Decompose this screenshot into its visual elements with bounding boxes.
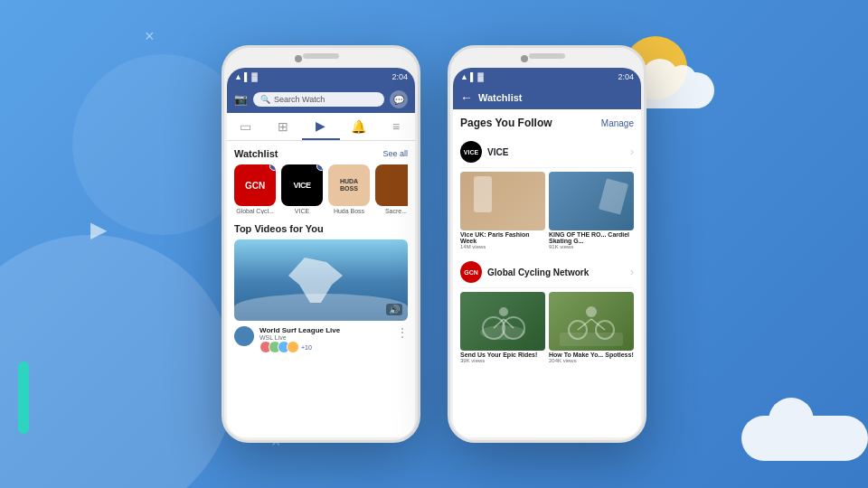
- cycling-graphic-left: [460, 292, 545, 351]
- phone-1-time: 2:04: [392, 72, 408, 81]
- gcn-label: Global Cycl...: [234, 208, 276, 214]
- wsl-avatar: [234, 326, 254, 346]
- gcn-video-left-views: 39K views: [460, 358, 545, 363]
- battery-icon: ▓: [251, 72, 258, 81]
- vice-icon-text: VICE: [464, 149, 478, 155]
- fashion-figure: [474, 176, 492, 212]
- gcn-video-left-container: Send Us Your Epic Rides! 39K views: [460, 292, 545, 363]
- gcn-thumb: GCN: [234, 164, 276, 206]
- gcn-logo: GCN: [245, 181, 265, 191]
- sacred-thumb: [375, 164, 408, 206]
- phone-2-header: ← Watchlist: [453, 86, 641, 109]
- phone-1-nav: ▭ ⊞ ▶ 🔔 ≡: [227, 113, 415, 141]
- watchlist-row: GCN Global Cycl... VICE: [234, 164, 408, 214]
- gcn-page-icon: GCN: [460, 261, 482, 283]
- phone-1-status-icons: ▲ ▌ ▓: [234, 72, 258, 81]
- watchlist-item-sacred[interactable]: Sacre...: [375, 164, 408, 214]
- phone-1-notch: [303, 53, 339, 59]
- nav-menu[interactable]: ≡: [377, 113, 415, 140]
- sacred-thumb-bg: [375, 164, 408, 206]
- vice-video-left[interactable]: [460, 172, 545, 230]
- search-icon: 🔍: [260, 95, 270, 104]
- back-button[interactable]: ←: [460, 90, 473, 105]
- phone-1-content: Watchlist See all GCN Global Cycl...: [227, 141, 415, 437]
- skate-figure: [599, 178, 628, 214]
- watchlist-header-title: Watchlist: [478, 92, 523, 103]
- gcn-icon-text: GCN: [464, 269, 478, 276]
- svg-point-5: [499, 307, 508, 316]
- vice-video-right-views: 91K views: [549, 244, 634, 249]
- vice-video-right-container: KING OF THE RO... Cardiel Skating G... 9…: [549, 172, 634, 249]
- watchlist-item-gcn[interactable]: GCN Global Cycl...: [234, 164, 276, 214]
- vice-logo: VICE: [293, 181, 310, 190]
- vice-video-grid: Vice UK: Paris Fashion Week 14M views KI…: [460, 172, 634, 249]
- video-meta: World Surf League Live WSL Live +10: [259, 326, 392, 353]
- cycling-graphic-right: [549, 292, 634, 351]
- grid-icon: ⊞: [278, 119, 288, 134]
- video-subtitle: WSL Live: [259, 334, 392, 341]
- messenger-icon[interactable]: 💬: [390, 90, 408, 108]
- battery-icon-2: ▓: [477, 72, 484, 81]
- top-videos-header: Top Videos for You: [234, 223, 408, 234]
- gcn-video-left-title: Send Us Your Epic Rides!: [460, 352, 545, 358]
- vice-video-left-container: Vice UK: Paris Fashion Week 14M views: [460, 172, 545, 249]
- huda-label: Huda Boss: [328, 208, 370, 214]
- avatar-4: [287, 341, 299, 353]
- gcn-video-right-title: How To Make Yo... Spotless!: [549, 352, 634, 358]
- nav-grid[interactable]: ⊞: [265, 113, 303, 140]
- watchlist-title: Watchlist: [234, 148, 278, 159]
- camera-icon[interactable]: 📷: [234, 93, 248, 106]
- gcn-badge: [269, 164, 276, 171]
- gcn-video-grid: Send Us Your Epic Rides! 39K views: [460, 292, 634, 363]
- phones-container: ▲ ▌ ▓ 2:04 📷 🔍 Search Watch 💬: [0, 0, 868, 488]
- svg-point-11: [586, 306, 597, 317]
- nav-home[interactable]: ▭: [227, 113, 265, 140]
- phone-2-status-icons: ▲ ▌ ▓: [460, 72, 484, 81]
- vice-badge: [316, 164, 323, 171]
- main-video-thumb[interactable]: 🔊: [234, 239, 408, 321]
- vice-video-right[interactable]: [549, 172, 634, 230]
- gcn-video-right-views: 204K views: [549, 358, 634, 363]
- vice-page-left: VICE VICE: [460, 141, 508, 163]
- plus-count: +10: [301, 344, 312, 351]
- gcn-video-right[interactable]: [549, 292, 634, 351]
- nav-watch[interactable]: ▶: [302, 113, 340, 140]
- gcn-video-left[interactable]: [460, 292, 545, 351]
- gcn-video-right-container: How To Make Yo... Spotless! 204K views: [549, 292, 634, 363]
- wave-graphic: [234, 294, 408, 321]
- video-info-row: World Surf League Live WSL Live +10 ⋮: [234, 326, 408, 353]
- phone-1-header: 📷 🔍 Search Watch 💬: [227, 86, 415, 113]
- signal-icon: ▌: [244, 72, 250, 81]
- menu-icon: ≡: [392, 119, 400, 134]
- phone-2-status-bar: ▲ ▌ ▓ 2:04: [453, 68, 641, 86]
- pages-title: Pages You Follow: [460, 117, 552, 129]
- phone-1-screen: ▲ ▌ ▓ 2:04 📷 🔍 Search Watch 💬: [227, 68, 415, 437]
- phone-2-notch: [529, 53, 565, 59]
- gcn-page-item[interactable]: GCN Global Cycling Network ›: [460, 257, 634, 288]
- gcn-page-name: Global Cycling Network: [487, 267, 589, 277]
- manage-link[interactable]: Manage: [601, 118, 634, 128]
- wifi-icon-2: ▲: [460, 72, 468, 81]
- vice-thumb: VICE: [281, 164, 323, 206]
- watchlist-item-huda[interactable]: HUDABOSS Huda Boss: [328, 164, 370, 214]
- vice-thumb-bg: VICE: [281, 164, 323, 206]
- nav-notifications[interactable]: 🔔: [340, 113, 378, 140]
- vice-video-left-views: 14M views: [460, 244, 545, 249]
- vice-label: VICE: [281, 208, 323, 214]
- phone-2-content: Pages You Follow Manage VICE VICE ›: [453, 109, 641, 437]
- vice-video-right-title: KING OF THE RO... Cardiel Skating G...: [549, 231, 634, 244]
- huda-thumb-bg: HUDABOSS: [328, 164, 370, 206]
- huda-logo: HUDABOSS: [340, 178, 358, 192]
- see-all-link[interactable]: See all: [382, 149, 408, 158]
- sacred-label: Sacre...: [375, 208, 408, 214]
- watchlist-item-vice[interactable]: VICE VICE: [281, 164, 323, 214]
- home-icon: ▭: [240, 119, 251, 134]
- search-bar[interactable]: 🔍 Search Watch: [253, 92, 384, 107]
- phone-2: ▲ ▌ ▓ 2:04 ← Watchlist Pages You Follow …: [448, 45, 646, 443]
- viewer-avatars: +10: [259, 341, 392, 353]
- vice-page-name: VICE: [487, 147, 508, 157]
- vice-page-item[interactable]: VICE VICE ›: [460, 136, 634, 168]
- phone-2-screen: ▲ ▌ ▓ 2:04 ← Watchlist Pages You Follow …: [453, 68, 641, 437]
- more-options-icon[interactable]: ⋮: [397, 326, 408, 339]
- huda-thumb: HUDABOSS: [328, 164, 370, 206]
